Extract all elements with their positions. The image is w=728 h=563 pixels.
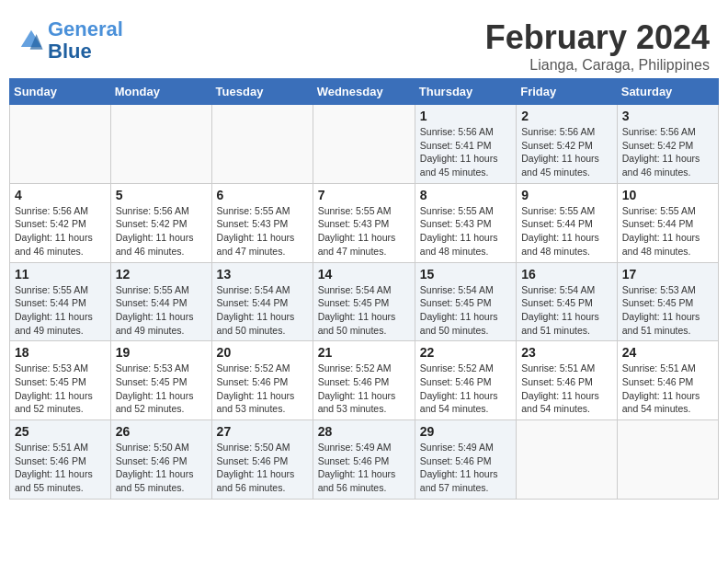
day-number: 24 [622,345,713,360]
day-info: Sunrise: 5:50 AM Sunset: 5:46 PM Dayligh… [116,441,207,495]
calendar-cell: 22Sunrise: 5:52 AM Sunset: 5:46 PM Dayli… [415,341,516,420]
column-header-sunday: Sunday [10,79,111,105]
calendar-cell: 25Sunrise: 5:51 AM Sunset: 5:46 PM Dayli… [10,420,111,500]
calendar-cell: 10Sunrise: 5:55 AM Sunset: 5:44 PM Dayli… [617,183,718,262]
calendar-week-row: 1Sunrise: 5:56 AM Sunset: 5:41 PM Daylig… [10,105,719,184]
day-info: Sunrise: 5:55 AM Sunset: 5:43 PM Dayligh… [318,204,410,259]
day-info: Sunrise: 5:56 AM Sunset: 5:42 PM Dayligh… [116,204,207,259]
calendar-cell: 21Sunrise: 5:52 AM Sunset: 5:46 PM Dayli… [313,341,415,420]
day-info: Sunrise: 5:56 AM Sunset: 5:41 PM Dayligh… [420,125,511,179]
column-header-thursday: Thursday [415,79,516,105]
day-number: 16 [521,267,612,282]
calendar-cell [313,105,415,184]
calendar-cell: 9Sunrise: 5:55 AM Sunset: 5:44 PM Daylig… [517,183,618,262]
day-info: Sunrise: 5:55 AM Sunset: 5:44 PM Dayligh… [15,283,106,338]
column-header-wednesday: Wednesday [313,79,415,105]
calendar-cell [110,105,211,184]
day-info: Sunrise: 5:52 AM Sunset: 5:46 PM Dayligh… [318,362,410,416]
calendar-cell: 29Sunrise: 5:49 AM Sunset: 5:46 PM Dayli… [415,420,516,500]
calendar-cell: 15Sunrise: 5:54 AM Sunset: 5:45 PM Dayli… [415,262,516,341]
calendar-cell: 20Sunrise: 5:52 AM Sunset: 5:46 PM Dayli… [211,341,313,420]
day-info: Sunrise: 5:55 AM Sunset: 5:44 PM Dayligh… [622,204,713,259]
page-header: GeneralBlue February 2024 Lianga, Caraga… [9,9,719,78]
column-header-tuesday: Tuesday [211,79,313,105]
day-info: Sunrise: 5:54 AM Sunset: 5:45 PM Dayligh… [521,283,612,338]
day-number: 9 [521,188,612,202]
calendar-cell: 14Sunrise: 5:54 AM Sunset: 5:45 PM Dayli… [313,262,415,341]
day-number: 1 [420,109,511,123]
day-number: 29 [420,424,511,439]
column-header-friday: Friday [517,79,618,105]
day-number: 18 [15,345,106,360]
day-number: 28 [318,424,410,439]
day-number: 27 [217,424,308,439]
calendar-cell: 24Sunrise: 5:51 AM Sunset: 5:46 PM Dayli… [617,341,718,420]
calendar-cell: 23Sunrise: 5:51 AM Sunset: 5:46 PM Dayli… [517,341,618,420]
calendar-cell [211,105,313,184]
day-number: 11 [15,267,106,282]
day-info: Sunrise: 5:52 AM Sunset: 5:46 PM Dayligh… [420,362,511,416]
calendar-cell: 27Sunrise: 5:50 AM Sunset: 5:46 PM Dayli… [211,420,313,500]
logo-text: GeneralBlue [48,18,123,63]
day-info: Sunrise: 5:52 AM Sunset: 5:46 PM Dayligh… [217,362,308,416]
day-number: 5 [116,188,207,202]
title-block: February 2024 Lianga, Caraga, Philippine… [485,18,710,74]
calendar-cell: 28Sunrise: 5:49 AM Sunset: 5:46 PM Dayli… [313,420,415,500]
day-info: Sunrise: 5:53 AM Sunset: 5:45 PM Dayligh… [15,362,106,416]
day-info: Sunrise: 5:54 AM Sunset: 5:45 PM Dayligh… [318,283,410,338]
day-info: Sunrise: 5:50 AM Sunset: 5:46 PM Dayligh… [217,441,308,495]
day-info: Sunrise: 5:54 AM Sunset: 5:45 PM Dayligh… [420,283,511,338]
calendar-location: Lianga, Caraga, Philippines [485,57,710,74]
calendar-week-row: 4Sunrise: 5:56 AM Sunset: 5:42 PM Daylig… [10,183,719,262]
day-info: Sunrise: 5:51 AM Sunset: 5:46 PM Dayligh… [622,362,713,416]
day-info: Sunrise: 5:53 AM Sunset: 5:45 PM Dayligh… [622,283,713,338]
day-info: Sunrise: 5:51 AM Sunset: 5:46 PM Dayligh… [521,362,612,416]
day-info: Sunrise: 5:56 AM Sunset: 5:42 PM Dayligh… [15,204,106,259]
day-number: 6 [217,188,308,202]
day-number: 4 [15,188,106,202]
day-info: Sunrise: 5:56 AM Sunset: 5:42 PM Dayligh… [622,125,713,179]
calendar-cell: 2Sunrise: 5:56 AM Sunset: 5:42 PM Daylig… [517,105,618,184]
calendar-cell: 13Sunrise: 5:54 AM Sunset: 5:44 PM Dayli… [211,262,313,341]
day-number: 2 [521,109,612,123]
day-number: 15 [420,267,511,282]
day-info: Sunrise: 5:55 AM Sunset: 5:44 PM Dayligh… [521,204,612,259]
day-info: Sunrise: 5:49 AM Sunset: 5:46 PM Dayligh… [420,441,511,495]
calendar-cell [10,105,111,184]
calendar-cell: 11Sunrise: 5:55 AM Sunset: 5:44 PM Dayli… [10,262,111,341]
day-number: 22 [420,345,511,360]
calendar-cell: 26Sunrise: 5:50 AM Sunset: 5:46 PM Dayli… [110,420,211,500]
calendar-cell [617,420,718,500]
day-number: 10 [622,188,713,202]
day-info: Sunrise: 5:55 AM Sunset: 5:43 PM Dayligh… [217,204,308,259]
calendar-cell: 19Sunrise: 5:53 AM Sunset: 5:45 PM Dayli… [110,341,211,420]
calendar-cell: 4Sunrise: 5:56 AM Sunset: 5:42 PM Daylig… [10,183,111,262]
day-number: 17 [622,267,713,282]
day-number: 8 [420,188,511,202]
calendar-cell [517,420,618,500]
calendar-cell: 12Sunrise: 5:55 AM Sunset: 5:44 PM Dayli… [110,262,211,341]
calendar-table: SundayMondayTuesdayWednesdayThursdayFrid… [9,78,719,500]
calendar-header-row: SundayMondayTuesdayWednesdayThursdayFrid… [10,79,719,105]
column-header-saturday: Saturday [617,79,718,105]
calendar-cell: 7Sunrise: 5:55 AM Sunset: 5:43 PM Daylig… [313,183,415,262]
logo-icon [18,28,44,53]
calendar-cell: 1Sunrise: 5:56 AM Sunset: 5:41 PM Daylig… [415,105,516,184]
day-info: Sunrise: 5:54 AM Sunset: 5:44 PM Dayligh… [217,283,308,338]
day-number: 14 [318,267,410,282]
day-number: 25 [15,424,106,439]
day-info: Sunrise: 5:55 AM Sunset: 5:43 PM Dayligh… [420,204,511,259]
day-number: 26 [116,424,207,439]
calendar-cell: 3Sunrise: 5:56 AM Sunset: 5:42 PM Daylig… [617,105,718,184]
day-number: 21 [318,345,410,360]
calendar-cell: 5Sunrise: 5:56 AM Sunset: 5:42 PM Daylig… [110,183,211,262]
calendar-title: February 2024 [485,18,710,57]
calendar-cell: 16Sunrise: 5:54 AM Sunset: 5:45 PM Dayli… [517,262,618,341]
logo: GeneralBlue [18,18,123,63]
calendar-week-row: 25Sunrise: 5:51 AM Sunset: 5:46 PM Dayli… [10,420,719,500]
day-info: Sunrise: 5:53 AM Sunset: 5:45 PM Dayligh… [116,362,207,416]
day-number: 7 [318,188,410,202]
column-header-monday: Monday [110,79,211,105]
day-number: 13 [217,267,308,282]
calendar-week-row: 11Sunrise: 5:55 AM Sunset: 5:44 PM Dayli… [10,262,719,341]
